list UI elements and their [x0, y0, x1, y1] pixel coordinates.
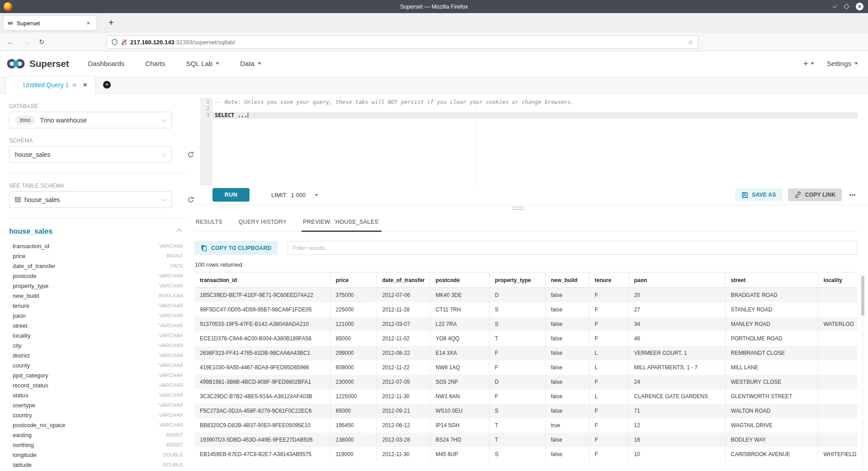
results-scrollbar-track	[861, 272, 864, 471]
table-schema-label: SEE TABLE SCHEMA	[9, 183, 185, 189]
clipboard-copy-icon	[201, 245, 207, 251]
forward-button[interactable]: →	[23, 38, 30, 46]
window-minimize-icon[interactable]	[833, 4, 837, 8]
schema-column-row: cityVARCHAR	[9, 340, 185, 350]
superset-wordmark: Superset	[29, 58, 69, 69]
copy-link-button[interactable]: COPY LINK	[788, 188, 842, 201]
schema-column-row: streetVARCHAR	[9, 320, 185, 330]
divider	[9, 218, 185, 218]
chevron-down-icon	[811, 62, 814, 65]
schema-select[interactable]: house_sales	[9, 146, 172, 163]
refresh-schemas-icon[interactable]	[187, 151, 194, 158]
results-table: transaction_idpricedate_of_transferpostc…	[194, 272, 858, 462]
table-row: BB8320C9-D82B-4B37-90E0-9FEE05095E101954…	[194, 418, 858, 433]
nav-sql-lab[interactable]: SQL Lab	[186, 60, 220, 67]
add-query-tab-button[interactable]: +	[103, 81, 111, 89]
new-browser-tab-button[interactable]: +	[105, 17, 118, 29]
tab-preview-house-sales[interactable]: PREVIEW: `HOUSE_SALES`	[302, 213, 382, 232]
results-column-header[interactable]: transaction_id	[194, 273, 330, 288]
results-column-header[interactable]: date_of_transfer	[377, 273, 430, 288]
bookmark-star-icon[interactable]: ☆	[688, 38, 693, 46]
results-column-header[interactable]: street	[725, 273, 818, 288]
sqllab-workspace: ⋮⋮ Untitled Query 1 ✕ + DATABASE trino T…	[0, 76, 868, 471]
results-column-header[interactable]: postcode	[430, 273, 489, 288]
superset-infinity-icon	[6, 58, 25, 69]
table-select[interactable]: house_sales	[9, 191, 172, 208]
results-controls: COPY TO CLIPBOARD	[194, 241, 858, 255]
schema-label: SCHEMA	[9, 137, 185, 144]
save-as-button[interactable]: SAVE AS	[735, 188, 782, 201]
nav-data[interactable]: Data	[240, 60, 261, 67]
results-column-header[interactable]: property_type	[489, 273, 545, 288]
chevron-down-icon	[162, 198, 167, 202]
database-label: DATABASE	[9, 103, 185, 109]
url-text: 217.160.120.143:32393/superset/sqllab/	[130, 39, 235, 46]
table-schema-heading: house_sales	[9, 227, 185, 236]
nav-charts[interactable]: Charts	[145, 60, 165, 67]
tab-results[interactable]: RESULTS	[194, 213, 224, 231]
new-item-menu[interactable]: +	[803, 59, 814, 69]
tab-query-history[interactable]: QUERY HISTORY	[237, 213, 288, 231]
collapse-chevron-icon[interactable]	[176, 229, 181, 234]
schema-column-row: latitudeDOUBLE	[9, 460, 185, 470]
tracking-shield-icon[interactable]	[111, 39, 118, 46]
window-maximize-icon[interactable]	[844, 4, 849, 9]
table-row: 2636F323-FF41-4765-81DB-98CAA6A43BC12990…	[194, 346, 858, 360]
results-column-header[interactable]: new_build	[545, 273, 589, 288]
editor-toolbar: RUN LIMIT: 1 000 SAVE AS COPY LINK •••	[212, 188, 858, 202]
sql-editor[interactable]: 1 2 3 -- Note: Unless you save your quer…	[200, 98, 858, 185]
url-field[interactable]: 217.160.120.143:32393/superset/sqllab/ ☆	[106, 35, 698, 49]
table-row: EB1459EB-67ED-47C8-B2E7-A38143AB55751190…	[194, 447, 858, 462]
results-column-header[interactable]: locality	[818, 273, 858, 288]
schema-column-row: postcode_no_spaceVARCHAR	[9, 420, 185, 430]
schema-column-row: new_buildBOOLEAN	[9, 291, 185, 301]
query-tab[interactable]: ⋮⋮ Untitled Query 1 ✕	[5, 76, 96, 94]
limit-control[interactable]: LIMIT: 1 000	[271, 192, 318, 198]
chevron-down-icon	[315, 194, 318, 196]
results-body: 1B5C39ED-BE7F-41EF-9E71-9C60EED74A223750…	[194, 288, 858, 462]
superset-logo[interactable]: Superset	[6, 58, 69, 69]
table-row: ECE1D376-C9A6-4C00-B004-A380B189FA568500…	[194, 331, 858, 346]
database-select[interactable]: trino Trino warehouse	[9, 112, 172, 128]
results-table-wrap: transaction_idpricedate_of_transferpostc…	[194, 272, 858, 471]
copy-to-clipboard-button[interactable]: COPY TO CLIPBOARD	[194, 241, 278, 255]
schema-column-row: statusVARCHAR	[9, 390, 185, 400]
divider	[9, 173, 185, 173]
insecure-lock-icon[interactable]	[121, 39, 127, 46]
table-row: 193907D3-5DBD-453D-A49E-9FEE27DAB9261380…	[194, 433, 858, 447]
schema-columns: transaction_idVARCHARpriceBIGINTdate_of_…	[9, 241, 185, 470]
table-row: 419E1030-9A55-4467-8DA9-9FED95D659666090…	[194, 360, 858, 375]
schema-column-row: countyVARCHAR	[9, 360, 185, 370]
reload-button[interactable]: ↻	[39, 38, 45, 46]
browser-tab-title: Superset	[16, 20, 84, 27]
query-tab-close-icon[interactable]: ✕	[83, 82, 87, 88]
table-row: F5C273AC-0D2A-458F-8279-9C61F0C22EC66500…	[194, 404, 858, 418]
more-options-button[interactable]: •••	[847, 192, 858, 198]
nav-dashboards[interactable]: Dashboards	[88, 60, 124, 67]
browser-tabstrip: ∞ Superset ✕ +	[0, 13, 868, 33]
table-row: 499B1981-3B6B-4BCD-808F-9FED9802BFA12300…	[194, 375, 858, 389]
chevron-down-icon	[162, 152, 167, 157]
results-header-row: transaction_idpricedate_of_transferpostc…	[194, 273, 858, 288]
superset-navbar: Superset Dashboards Charts SQL Lab Data …	[0, 51, 868, 76]
schema-column-row: northingBIGINT	[9, 440, 185, 450]
filter-results-input[interactable]	[288, 241, 858, 255]
schema-column-row: countryVARCHAR	[9, 410, 185, 420]
window-close-icon[interactable]: ✕	[856, 3, 863, 10]
results-scrollbar-thumb[interactable]	[861, 276, 864, 316]
back-button[interactable]: ←	[7, 38, 14, 46]
results-column-header[interactable]: paon	[628, 273, 725, 288]
results-column-header[interactable]: tenure	[589, 273, 628, 288]
refresh-tables-icon[interactable]	[187, 196, 194, 203]
text-cursor	[248, 113, 248, 118]
schema-column-row: record_statusVARCHAR	[9, 380, 185, 390]
resize-grip[interactable]	[512, 207, 524, 211]
settings-menu[interactable]: Settings	[827, 60, 858, 67]
chevron-down-icon	[162, 118, 167, 122]
results-column-header[interactable]: price	[330, 273, 377, 288]
browser-tab-close-icon[interactable]: ✕	[85, 19, 92, 27]
schema-column-row: paonVARCHAR	[9, 311, 185, 320]
window-title: Superset — Mozilla Firefox	[0, 4, 868, 10]
browser-tab[interactable]: ∞ Superset ✕	[3, 15, 97, 31]
run-button[interactable]: RUN	[212, 188, 250, 202]
